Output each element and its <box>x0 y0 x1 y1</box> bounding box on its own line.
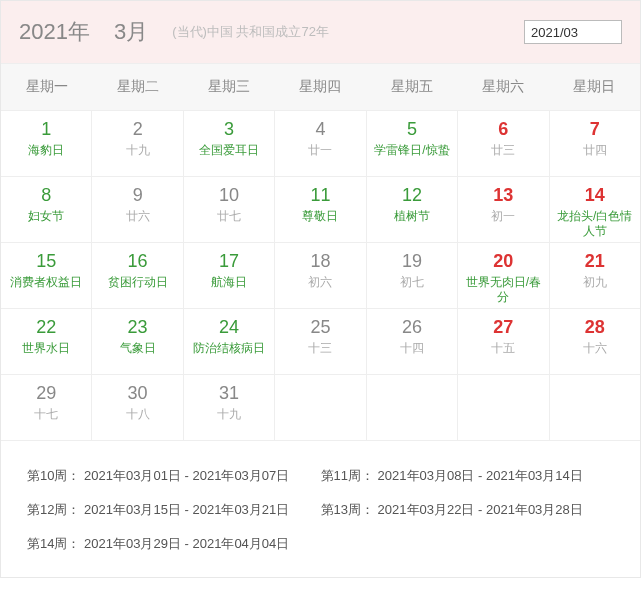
weekday-header: 星期五 <box>366 64 457 110</box>
day-cell[interactable]: 10廿七 <box>184 177 275 243</box>
calendar-header: 2021年 3月 (当代)中国 共和国成立72年 <box>1 1 640 63</box>
week-range-item: 第10周： 2021年03月01日 - 2021年03月07日 <box>27 459 321 493</box>
weekday-header: 星期三 <box>184 64 275 110</box>
day-cell[interactable]: 20世界无肉日/春分 <box>458 243 549 309</box>
day-cell[interactable]: 24防治结核病日 <box>184 309 275 375</box>
day-number: 3 <box>186 119 272 141</box>
calendar-grid: 1海豹日2十九3全国爱耳日4廿一5学雷锋日/惊蛰6廿三7廿四8妇女节9廿六10廿… <box>1 111 640 441</box>
day-note: 海豹日 <box>3 143 89 158</box>
day-cell[interactable]: 25十三 <box>275 309 366 375</box>
week-range-item: 第11周： 2021年03月08日 - 2021年03月14日 <box>321 459 615 493</box>
day-cell[interactable]: 16贫困行动日 <box>92 243 183 309</box>
day-cell[interactable]: 8妇女节 <box>1 177 92 243</box>
day-number: 23 <box>94 317 180 339</box>
calendar-row: 22世界水日23气象日24防治结核病日25十三26十四27十五28十六 <box>1 309 640 375</box>
day-cell[interactable]: 4廿一 <box>275 111 366 177</box>
day-cell[interactable]: 1海豹日 <box>1 111 92 177</box>
day-cell[interactable]: 21初九 <box>550 243 640 309</box>
day-note: 十七 <box>3 407 89 422</box>
weekday-header: 星期一 <box>1 64 92 110</box>
day-cell[interactable]: 6廿三 <box>458 111 549 177</box>
month-label: 3月 <box>114 17 148 47</box>
day-number: 22 <box>3 317 89 339</box>
day-number: 8 <box>3 185 89 207</box>
weekday-header: 星期二 <box>92 64 183 110</box>
day-note: 气象日 <box>94 341 180 356</box>
day-cell[interactable]: 23气象日 <box>92 309 183 375</box>
day-note: 世界水日 <box>3 341 89 356</box>
day-number: 25 <box>277 317 363 339</box>
day-number: 30 <box>94 383 180 405</box>
day-cell <box>550 375 640 441</box>
day-note: 妇女节 <box>3 209 89 224</box>
day-cell[interactable]: 22世界水日 <box>1 309 92 375</box>
day-cell[interactable]: 18初六 <box>275 243 366 309</box>
day-note: 防治结核病日 <box>186 341 272 356</box>
day-cell[interactable]: 30十八 <box>92 375 183 441</box>
day-cell[interactable]: 7廿四 <box>550 111 640 177</box>
day-cell[interactable]: 12植树节 <box>367 177 458 243</box>
day-number: 13 <box>460 185 546 207</box>
day-cell[interactable]: 31十九 <box>184 375 275 441</box>
day-cell[interactable]: 29十七 <box>1 375 92 441</box>
day-number: 5 <box>369 119 455 141</box>
day-cell[interactable]: 28十六 <box>550 309 640 375</box>
day-cell[interactable]: 26十四 <box>367 309 458 375</box>
day-cell[interactable]: 19初七 <box>367 243 458 309</box>
week-range-item: 第13周： 2021年03月22日 - 2021年03月28日 <box>321 493 615 527</box>
day-note: 初一 <box>460 209 546 224</box>
day-number: 28 <box>552 317 638 339</box>
day-cell[interactable]: 15消费者权益日 <box>1 243 92 309</box>
day-number: 20 <box>460 251 546 273</box>
day-number: 12 <box>369 185 455 207</box>
weekday-header: 星期四 <box>275 64 366 110</box>
calendar-frame: 2021年 3月 (当代)中国 共和国成立72年 星期一星期二星期三星期四星期五… <box>0 0 641 578</box>
week-range: 2021年03月01日 - 2021年03月07日 <box>80 468 289 483</box>
week-label: 第10周： <box>27 468 80 483</box>
day-number: 11 <box>277 185 363 207</box>
day-note: 全国爱耳日 <box>186 143 272 158</box>
day-cell[interactable]: 11尊敬日 <box>275 177 366 243</box>
day-number: 7 <box>552 119 638 141</box>
day-number: 15 <box>3 251 89 273</box>
day-cell[interactable]: 17航海日 <box>184 243 275 309</box>
day-cell[interactable]: 5学雷锋日/惊蛰 <box>367 111 458 177</box>
day-number: 17 <box>186 251 272 273</box>
week-label: 第14周： <box>27 536 80 551</box>
date-input[interactable] <box>524 20 622 44</box>
day-cell[interactable]: 13初一 <box>458 177 549 243</box>
day-note: 十五 <box>460 341 546 356</box>
day-note: 消费者权益日 <box>3 275 89 290</box>
day-cell[interactable]: 3全国爱耳日 <box>184 111 275 177</box>
weekday-header: 星期日 <box>549 64 640 110</box>
week-range: 2021年03月15日 - 2021年03月21日 <box>80 502 289 517</box>
day-note: 航海日 <box>186 275 272 290</box>
day-note: 初九 <box>552 275 638 290</box>
day-note: 学雷锋日/惊蛰 <box>369 143 455 158</box>
day-cell <box>367 375 458 441</box>
day-number: 31 <box>186 383 272 405</box>
weekday-row: 星期一星期二星期三星期四星期五星期六星期日 <box>1 63 640 111</box>
day-note: 尊敬日 <box>277 209 363 224</box>
day-note: 十九 <box>186 407 272 422</box>
calendar-row: 29十七30十八31十九 <box>1 375 640 441</box>
day-note: 廿一 <box>277 143 363 158</box>
day-note: 十三 <box>277 341 363 356</box>
day-number: 9 <box>94 185 180 207</box>
day-number: 27 <box>460 317 546 339</box>
day-note: 廿三 <box>460 143 546 158</box>
day-cell[interactable]: 27十五 <box>458 309 549 375</box>
week-label: 第12周： <box>27 502 80 517</box>
day-note: 十九 <box>94 143 180 158</box>
day-number: 1 <box>3 119 89 141</box>
day-cell[interactable]: 9廿六 <box>92 177 183 243</box>
era-subtitle: (当代)中国 共和国成立72年 <box>172 23 500 41</box>
day-note: 世界无肉日/春分 <box>460 275 546 305</box>
day-number: 19 <box>369 251 455 273</box>
day-note: 贫困行动日 <box>94 275 180 290</box>
day-cell[interactable]: 14龙抬头/白色情人节 <box>550 177 640 243</box>
day-number: 26 <box>369 317 455 339</box>
day-cell[interactable]: 2十九 <box>92 111 183 177</box>
week-label: 第13周： <box>321 502 374 517</box>
calendar-row: 8妇女节9廿六10廿七11尊敬日12植树节13初一14龙抬头/白色情人节 <box>1 177 640 243</box>
